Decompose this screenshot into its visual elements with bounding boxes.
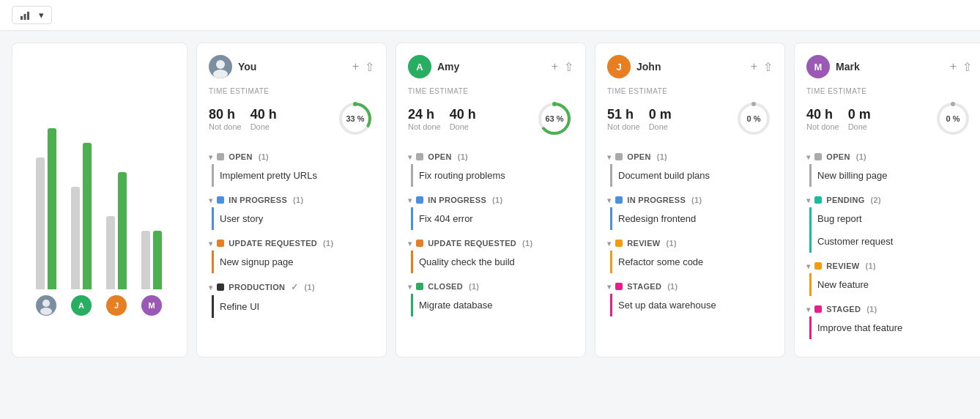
progress-circle: 63 %: [535, 100, 573, 138]
add-icon[interactable]: +: [352, 60, 359, 73]
task-item[interactable]: User story: [212, 207, 374, 230]
bar-container: [106, 70, 127, 289]
task-item[interactable]: Refactor some code: [610, 251, 773, 273]
bar-green: [48, 128, 56, 289]
group-header[interactable]: ▾IN PROGRESS(1): [209, 193, 374, 207]
te-row: 24 hNot done40 hDone 63 %: [408, 100, 573, 138]
status-label: OPEN: [627, 152, 650, 161]
task-item[interactable]: Migrate database: [411, 294, 573, 316]
status-dot: [814, 196, 822, 204]
group-header[interactable]: ▾PRODUCTION✓(1): [209, 279, 374, 295]
te-done: 0 mDone: [649, 107, 672, 131]
check-icon: ✓: [291, 282, 298, 292]
task-item[interactable]: Document build plans: [610, 164, 773, 187]
task-item[interactable]: New feature: [809, 273, 972, 296]
user-info: MMark: [806, 55, 860, 78]
task-item[interactable]: Improve that feature: [809, 316, 972, 339]
chevron-icon: ▾: [209, 153, 212, 161]
task-item[interactable]: Bug report: [809, 207, 972, 230]
avatar: [209, 55, 232, 78]
user-column-mark: MMark+⇧TIME ESTIMATE40 hNot done0 mDone …: [794, 42, 980, 357]
group-header[interactable]: ▾UPDATE REQUESTED(1): [408, 236, 573, 251]
chevron-icon: ▾: [408, 240, 412, 248]
chart-bar-group: J: [106, 70, 127, 316]
count-badge: (1): [866, 305, 877, 314]
task-item[interactable]: Quality check the build: [411, 251, 573, 273]
task-item[interactable]: Customer request: [809, 230, 972, 253]
bar-green: [153, 231, 162, 289]
progress-circle: 0 %: [934, 100, 972, 138]
user-name: Amy: [437, 61, 459, 73]
group-header[interactable]: ▾OPEN(1): [607, 149, 773, 164]
count-badge: (1): [866, 262, 876, 270]
count-badge: (1): [323, 239, 333, 248]
add-icon[interactable]: +: [950, 60, 957, 73]
group-header[interactable]: ▾IN PROGRESS(1): [408, 193, 573, 207]
te-row: 51 hNot done0 mDone 0 %: [607, 100, 773, 138]
chart-bar-group: A: [71, 70, 92, 316]
status-dot: [615, 196, 623, 204]
chevron-icon: ▾: [806, 305, 810, 314]
status-label: PRODUCTION: [229, 283, 285, 292]
group-header[interactable]: ▾STAGED(1): [806, 302, 972, 316]
count-badge: (1): [856, 152, 866, 161]
task-item[interactable]: Fix routing problems: [411, 164, 573, 187]
status-dot: [416, 283, 423, 290]
svg-point-9: [353, 102, 357, 106]
count-badge: (1): [667, 239, 677, 248]
bar-green: [118, 172, 127, 289]
workload-button[interactable]: ▾: [12, 6, 52, 24]
progress-text: 0 %: [747, 114, 761, 123]
group-header[interactable]: ▾REVIEW(1): [806, 259, 972, 273]
task-group: ▾OPEN(1)New billing page: [806, 149, 972, 187]
svg-rect-2: [27, 12, 29, 20]
task-item[interactable]: New billing page: [809, 164, 972, 187]
add-icon[interactable]: +: [751, 60, 757, 73]
group-header[interactable]: ▾REVIEW(1): [607, 236, 773, 251]
user-name: John: [636, 61, 661, 73]
group-header[interactable]: ▾OPEN(1): [408, 149, 573, 164]
status-dot: [615, 240, 623, 247]
header-actions: +⇧: [552, 60, 573, 74]
group-header[interactable]: ▾UPDATE REQUESTED(1): [209, 236, 374, 251]
add-icon[interactable]: +: [552, 60, 558, 73]
collapse-icon[interactable]: ⇧: [365, 60, 374, 74]
task-item[interactable]: Set up data warehouse: [610, 294, 773, 316]
task-group: ▾PRODUCTION✓(1)Refine UI: [209, 279, 374, 318]
chart-bar-group: M: [141, 70, 162, 316]
avatar: M: [806, 55, 830, 78]
te-not-done-value: 24 h: [408, 107, 441, 122]
te-done-value: 40 h: [450, 107, 476, 122]
task-group: ▾OPEN(1)Document build plans: [607, 149, 773, 187]
te-not-done: 24 hNot done: [408, 107, 441, 131]
group-header[interactable]: ▾OPEN(1): [806, 149, 972, 164]
chart-bar-group: [36, 70, 56, 316]
chevron-icon: ▾: [607, 196, 611, 204]
status-dot: [814, 262, 822, 270]
group-header[interactable]: ▾CLOSED(1): [408, 279, 573, 294]
collapse-icon[interactable]: ⇧: [962, 60, 972, 74]
task-item[interactable]: Redesign frontend: [610, 207, 773, 230]
status-dot: [217, 153, 224, 160]
bar-gray: [141, 231, 150, 289]
group-header[interactable]: ▾OPEN(1): [209, 149, 374, 164]
group-header[interactable]: ▾PENDING(2): [806, 193, 972, 207]
progress-circle: 0 %: [735, 100, 773, 138]
task-item[interactable]: Fix 404 error: [411, 207, 573, 230]
task-item[interactable]: Implement pretty URLs: [212, 164, 374, 187]
avatar: [36, 295, 56, 316]
collapse-icon[interactable]: ⇧: [564, 60, 573, 74]
status-dot: [416, 153, 423, 160]
count-badge: (1): [657, 152, 667, 161]
task-item[interactable]: New signup page: [212, 251, 374, 273]
group-header[interactable]: ▾STAGED(1): [607, 279, 773, 294]
status-label: OPEN: [826, 152, 850, 161]
progress-text: 0 %: [946, 114, 960, 123]
avatar: J: [607, 55, 631, 78]
te-not-done-value: 51 h: [607, 107, 640, 122]
bar-container: [141, 70, 162, 289]
task-item[interactable]: Refine UI: [212, 295, 374, 318]
te-not-done-value: 80 h: [209, 107, 242, 122]
group-header[interactable]: ▾IN PROGRESS(1): [607, 193, 773, 207]
collapse-icon[interactable]: ⇧: [763, 60, 773, 74]
